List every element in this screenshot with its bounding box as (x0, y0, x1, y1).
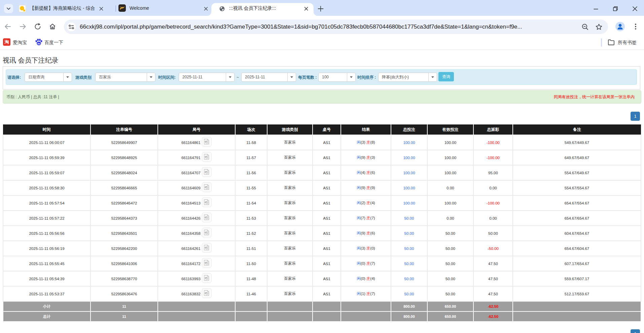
svg-text:du: du (37, 42, 40, 45)
